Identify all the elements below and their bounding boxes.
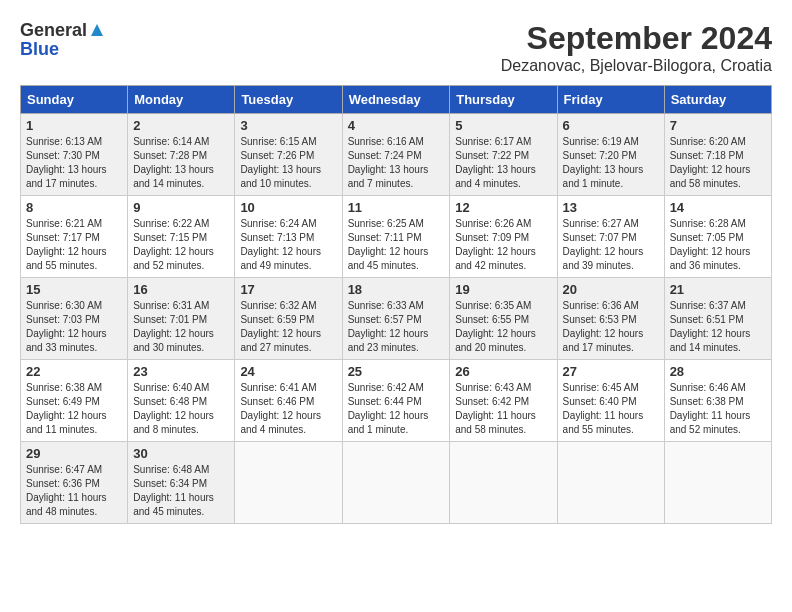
day-number: 20: [563, 282, 659, 297]
table-row: 19Sunrise: 6:35 AM Sunset: 6:55 PM Dayli…: [450, 278, 557, 360]
day-number: 3: [240, 118, 336, 133]
day-info: Sunrise: 6:16 AM Sunset: 7:24 PM Dayligh…: [348, 135, 445, 191]
table-row: 20Sunrise: 6:36 AM Sunset: 6:53 PM Dayli…: [557, 278, 664, 360]
logo-blue-text: Blue: [20, 39, 59, 60]
day-info: Sunrise: 6:21 AM Sunset: 7:17 PM Dayligh…: [26, 217, 122, 273]
day-number: 8: [26, 200, 122, 215]
day-info: Sunrise: 6:33 AM Sunset: 6:57 PM Dayligh…: [348, 299, 445, 355]
day-number: 19: [455, 282, 551, 297]
day-number: 25: [348, 364, 445, 379]
day-info: Sunrise: 6:13 AM Sunset: 7:30 PM Dayligh…: [26, 135, 122, 191]
table-row: 8Sunrise: 6:21 AM Sunset: 7:17 PM Daylig…: [21, 196, 128, 278]
day-info: Sunrise: 6:40 AM Sunset: 6:48 PM Dayligh…: [133, 381, 229, 437]
calendar-title: September 2024: [501, 20, 772, 57]
day-number: 9: [133, 200, 229, 215]
day-number: 18: [348, 282, 445, 297]
day-number: 13: [563, 200, 659, 215]
table-row: 12Sunrise: 6:26 AM Sunset: 7:09 PM Dayli…: [450, 196, 557, 278]
table-row: 24Sunrise: 6:41 AM Sunset: 6:46 PM Dayli…: [235, 360, 342, 442]
day-info: Sunrise: 6:32 AM Sunset: 6:59 PM Dayligh…: [240, 299, 336, 355]
day-info: Sunrise: 6:35 AM Sunset: 6:55 PM Dayligh…: [455, 299, 551, 355]
svg-marker-0: [91, 24, 103, 36]
day-number: 11: [348, 200, 445, 215]
table-row: 18Sunrise: 6:33 AM Sunset: 6:57 PM Dayli…: [342, 278, 450, 360]
table-row: 9Sunrise: 6:22 AM Sunset: 7:15 PM Daylig…: [128, 196, 235, 278]
day-number: 12: [455, 200, 551, 215]
day-info: Sunrise: 6:15 AM Sunset: 7:26 PM Dayligh…: [240, 135, 336, 191]
table-row: 17Sunrise: 6:32 AM Sunset: 6:59 PM Dayli…: [235, 278, 342, 360]
table-row: 23Sunrise: 6:40 AM Sunset: 6:48 PM Dayli…: [128, 360, 235, 442]
col-wednesday: Wednesday: [342, 86, 450, 114]
table-row: 2Sunrise: 6:14 AM Sunset: 7:28 PM Daylig…: [128, 114, 235, 196]
day-number: 24: [240, 364, 336, 379]
day-number: 15: [26, 282, 122, 297]
calendar-location: Dezanovac, Bjelovar-Bilogora, Croatia: [501, 57, 772, 75]
day-info: Sunrise: 6:45 AM Sunset: 6:40 PM Dayligh…: [563, 381, 659, 437]
day-info: Sunrise: 6:37 AM Sunset: 6:51 PM Dayligh…: [670, 299, 766, 355]
day-info: Sunrise: 6:38 AM Sunset: 6:49 PM Dayligh…: [26, 381, 122, 437]
day-number: 2: [133, 118, 229, 133]
calendar-table: Sunday Monday Tuesday Wednesday Thursday…: [20, 85, 772, 524]
day-info: Sunrise: 6:43 AM Sunset: 6:42 PM Dayligh…: [455, 381, 551, 437]
day-info: Sunrise: 6:27 AM Sunset: 7:07 PM Dayligh…: [563, 217, 659, 273]
day-number: 21: [670, 282, 766, 297]
page-header: General Blue September 2024 Dezanovac, B…: [20, 20, 772, 75]
day-number: 28: [670, 364, 766, 379]
day-number: 7: [670, 118, 766, 133]
table-row: [664, 442, 771, 524]
day-number: 23: [133, 364, 229, 379]
day-info: Sunrise: 6:19 AM Sunset: 7:20 PM Dayligh…: [563, 135, 659, 191]
col-tuesday: Tuesday: [235, 86, 342, 114]
table-row: 25Sunrise: 6:42 AM Sunset: 6:44 PM Dayli…: [342, 360, 450, 442]
col-sunday: Sunday: [21, 86, 128, 114]
table-row: 10Sunrise: 6:24 AM Sunset: 7:13 PM Dayli…: [235, 196, 342, 278]
col-monday: Monday: [128, 86, 235, 114]
table-row: 29Sunrise: 6:47 AM Sunset: 6:36 PM Dayli…: [21, 442, 128, 524]
calendar-week-row: 15Sunrise: 6:30 AM Sunset: 7:03 PM Dayli…: [21, 278, 772, 360]
day-info: Sunrise: 6:26 AM Sunset: 7:09 PM Dayligh…: [455, 217, 551, 273]
calendar-week-row: 22Sunrise: 6:38 AM Sunset: 6:49 PM Dayli…: [21, 360, 772, 442]
day-info: Sunrise: 6:25 AM Sunset: 7:11 PM Dayligh…: [348, 217, 445, 273]
table-row: [342, 442, 450, 524]
table-row: 22Sunrise: 6:38 AM Sunset: 6:49 PM Dayli…: [21, 360, 128, 442]
table-row: 30Sunrise: 6:48 AM Sunset: 6:34 PM Dayli…: [128, 442, 235, 524]
col-friday: Friday: [557, 86, 664, 114]
day-info: Sunrise: 6:42 AM Sunset: 6:44 PM Dayligh…: [348, 381, 445, 437]
calendar-week-row: 1Sunrise: 6:13 AM Sunset: 7:30 PM Daylig…: [21, 114, 772, 196]
day-number: 4: [348, 118, 445, 133]
day-info: Sunrise: 6:46 AM Sunset: 6:38 PM Dayligh…: [670, 381, 766, 437]
table-row: 1Sunrise: 6:13 AM Sunset: 7:30 PM Daylig…: [21, 114, 128, 196]
day-number: 14: [670, 200, 766, 215]
table-row: 14Sunrise: 6:28 AM Sunset: 7:05 PM Dayli…: [664, 196, 771, 278]
table-row: [450, 442, 557, 524]
day-info: Sunrise: 6:48 AM Sunset: 6:34 PM Dayligh…: [133, 463, 229, 519]
calendar-week-row: 29Sunrise: 6:47 AM Sunset: 6:36 PM Dayli…: [21, 442, 772, 524]
day-info: Sunrise: 6:22 AM Sunset: 7:15 PM Dayligh…: [133, 217, 229, 273]
calendar-week-row: 8Sunrise: 6:21 AM Sunset: 7:17 PM Daylig…: [21, 196, 772, 278]
table-row: 15Sunrise: 6:30 AM Sunset: 7:03 PM Dayli…: [21, 278, 128, 360]
table-row: 21Sunrise: 6:37 AM Sunset: 6:51 PM Dayli…: [664, 278, 771, 360]
table-row: [235, 442, 342, 524]
day-info: Sunrise: 6:14 AM Sunset: 7:28 PM Dayligh…: [133, 135, 229, 191]
table-row: 3Sunrise: 6:15 AM Sunset: 7:26 PM Daylig…: [235, 114, 342, 196]
day-number: 26: [455, 364, 551, 379]
day-info: Sunrise: 6:31 AM Sunset: 7:01 PM Dayligh…: [133, 299, 229, 355]
day-info: Sunrise: 6:28 AM Sunset: 7:05 PM Dayligh…: [670, 217, 766, 273]
col-saturday: Saturday: [664, 86, 771, 114]
day-number: 6: [563, 118, 659, 133]
table-row: 26Sunrise: 6:43 AM Sunset: 6:42 PM Dayli…: [450, 360, 557, 442]
day-info: Sunrise: 6:47 AM Sunset: 6:36 PM Dayligh…: [26, 463, 122, 519]
table-row: 27Sunrise: 6:45 AM Sunset: 6:40 PM Dayli…: [557, 360, 664, 442]
day-number: 29: [26, 446, 122, 461]
day-info: Sunrise: 6:36 AM Sunset: 6:53 PM Dayligh…: [563, 299, 659, 355]
title-area: September 2024 Dezanovac, Bjelovar-Bilog…: [501, 20, 772, 75]
day-number: 5: [455, 118, 551, 133]
day-info: Sunrise: 6:24 AM Sunset: 7:13 PM Dayligh…: [240, 217, 336, 273]
table-row: 16Sunrise: 6:31 AM Sunset: 7:01 PM Dayli…: [128, 278, 235, 360]
table-row: 5Sunrise: 6:17 AM Sunset: 7:22 PM Daylig…: [450, 114, 557, 196]
day-number: 10: [240, 200, 336, 215]
day-info: Sunrise: 6:20 AM Sunset: 7:18 PM Dayligh…: [670, 135, 766, 191]
logo: General Blue: [20, 20, 105, 60]
logo-general-text: General: [20, 20, 87, 41]
day-number: 17: [240, 282, 336, 297]
